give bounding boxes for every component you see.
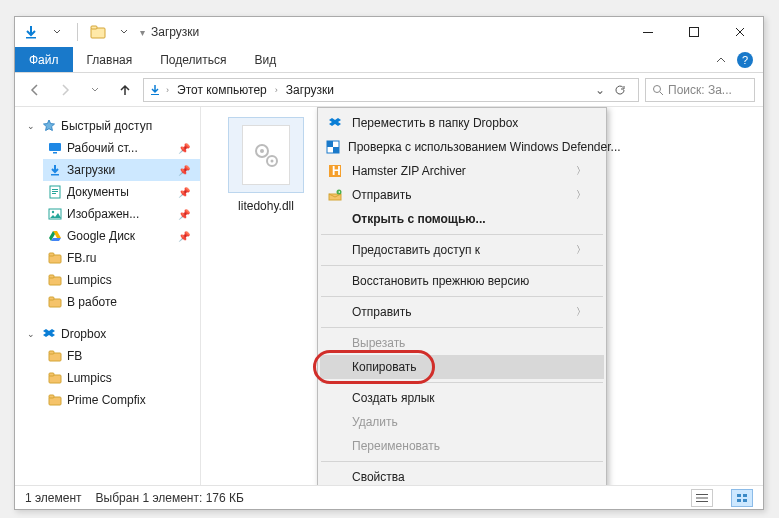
menu-item[interactable]: Копировать xyxy=(320,355,604,379)
view-details-button[interactable] xyxy=(691,489,713,507)
svg-rect-7 xyxy=(49,143,61,151)
svg-rect-41 xyxy=(696,501,708,502)
tree-item[interactable]: Загрузки📌 xyxy=(43,159,200,181)
close-button[interactable] xyxy=(717,17,763,47)
breadcrumb-current[interactable]: Загрузки xyxy=(282,83,338,97)
tab-file[interactable]: Файл xyxy=(15,47,73,72)
tree-dropbox[interactable]: ⌄ Dropbox xyxy=(23,323,200,345)
tree-item[interactable]: В работе xyxy=(43,291,200,313)
menu-item[interactable]: Открыть с помощью... xyxy=(320,207,604,231)
pin-icon: 📌 xyxy=(178,165,190,176)
up-button[interactable] xyxy=(113,78,137,102)
collapse-icon[interactable]: ⌄ xyxy=(27,329,37,339)
svg-rect-4 xyxy=(690,28,699,37)
chevron-right-icon[interactable]: › xyxy=(166,85,169,95)
tree-item-label: Lumpics xyxy=(67,371,112,385)
tree-item-label: Документы xyxy=(67,185,129,199)
ribbon-expand-icon[interactable] xyxy=(715,54,727,66)
menu-item: Вырезать xyxy=(320,331,604,355)
document-icon xyxy=(47,184,63,200)
menu-item[interactable]: Отправить〉 xyxy=(320,300,604,324)
menu-item-label: Удалить xyxy=(352,415,586,429)
tree-quick-access[interactable]: ⌄ Быстрый доступ xyxy=(23,115,200,137)
chevron-right-icon[interactable]: › xyxy=(275,85,278,95)
minimize-button[interactable] xyxy=(625,17,671,47)
tree-item[interactable]: Рабочий ст...📌 xyxy=(43,137,200,159)
navigation-tree: ⌄ Быстрый доступ Рабочий ст...📌Загрузки📌… xyxy=(15,107,201,485)
file-item[interactable]: litedohy.dll xyxy=(221,117,311,213)
svg-rect-0 xyxy=(26,37,36,39)
pin-icon: 📌 xyxy=(178,231,190,242)
menu-item[interactable]: Свойства xyxy=(320,465,604,485)
menu-item: Переименовать xyxy=(320,434,604,458)
tree-item[interactable]: Google Диск📌 xyxy=(43,225,200,247)
tree-item[interactable]: Lumpics xyxy=(43,269,200,291)
dropbox-icon xyxy=(41,326,57,342)
status-count: 1 элемент xyxy=(25,491,82,505)
folder-icon xyxy=(47,272,63,288)
download-arrow-icon[interactable] xyxy=(21,22,41,42)
menu-item[interactable]: Переместить в папку Dropbox xyxy=(320,111,604,135)
help-icon[interactable]: ? xyxy=(737,52,753,68)
svg-rect-23 xyxy=(49,351,54,354)
refresh-icon[interactable] xyxy=(614,84,634,96)
maximize-button[interactable] xyxy=(671,17,717,47)
blank-icon xyxy=(326,358,344,376)
menu-item[interactable]: Предоставить доступ к〉 xyxy=(320,238,604,262)
view-icons-button[interactable] xyxy=(731,489,753,507)
svg-rect-13 xyxy=(52,193,56,194)
tree-item-label: FB.ru xyxy=(67,251,96,265)
address-dropdown-icon[interactable]: ⌄ xyxy=(590,83,610,97)
menu-separator xyxy=(321,296,603,297)
forward-button[interactable] xyxy=(53,78,77,102)
back-button[interactable] xyxy=(23,78,47,102)
status-selection: Выбран 1 элемент: 176 КБ xyxy=(96,491,244,505)
tab-home[interactable]: Главная xyxy=(73,47,147,72)
blank-icon xyxy=(326,272,344,290)
svg-rect-33 xyxy=(327,141,333,147)
menu-item[interactable]: Создать ярлык xyxy=(320,386,604,410)
tree-item[interactable]: Документы📌 xyxy=(43,181,200,203)
menu-item[interactable]: Отправить〉 xyxy=(320,183,604,207)
address-bar[interactable]: › Этот компьютер › Загрузки ⌄ xyxy=(143,78,639,102)
dropdown-icon[interactable] xyxy=(47,22,67,42)
blank-icon xyxy=(326,437,344,455)
collapse-icon[interactable]: ⌄ xyxy=(27,121,37,131)
menu-item[interactable]: Проверка с использованием Windows Defend… xyxy=(320,135,604,159)
overflow-icon[interactable]: ▾ xyxy=(140,27,145,38)
svg-rect-45 xyxy=(743,499,747,502)
recent-button[interactable] xyxy=(83,78,107,102)
folder-icon[interactable] xyxy=(88,22,108,42)
search-input[interactable]: Поиск: За... xyxy=(645,78,755,102)
status-bar: 1 элемент Выбран 1 элемент: 176 КБ xyxy=(15,485,763,509)
file-pane[interactable]: litedohy.dll Переместить в папку Dropbox… xyxy=(201,107,763,485)
tree-item[interactable]: FB.ru xyxy=(43,247,200,269)
blank-icon xyxy=(326,210,344,228)
tree-item-label: Изображен... xyxy=(67,207,139,221)
svg-rect-21 xyxy=(49,297,54,300)
svg-point-6 xyxy=(654,85,661,92)
tree-item[interactable]: Изображен...📌 xyxy=(43,203,200,225)
tree-item[interactable]: FB xyxy=(43,345,200,367)
svg-rect-19 xyxy=(49,275,54,278)
blank-icon xyxy=(326,334,344,352)
menu-item[interactable]: Восстановить прежнюю версию xyxy=(320,269,604,293)
svg-point-29 xyxy=(260,149,264,153)
menu-separator xyxy=(321,461,603,462)
tree-item[interactable]: Prime Compfix xyxy=(43,389,200,411)
tab-view[interactable]: Вид xyxy=(240,47,290,72)
menu-item[interactable]: HHamster ZIP Archiver〉 xyxy=(320,159,604,183)
tree-item[interactable]: Lumpics xyxy=(43,367,200,389)
tree-item-label: В работе xyxy=(67,295,117,309)
menu-item-label: Создать ярлык xyxy=(352,391,586,405)
tree-label: Dropbox xyxy=(61,327,106,341)
file-name: litedohy.dll xyxy=(221,199,311,213)
blank-icon xyxy=(326,413,344,431)
svg-rect-44 xyxy=(737,499,741,502)
breadcrumb-root[interactable]: Этот компьютер xyxy=(173,83,271,97)
folder-icon xyxy=(47,392,63,408)
svg-rect-25 xyxy=(49,373,54,376)
dropdown-icon[interactable] xyxy=(114,22,134,42)
tab-share[interactable]: Поделиться xyxy=(146,47,240,72)
svg-rect-3 xyxy=(643,32,653,33)
